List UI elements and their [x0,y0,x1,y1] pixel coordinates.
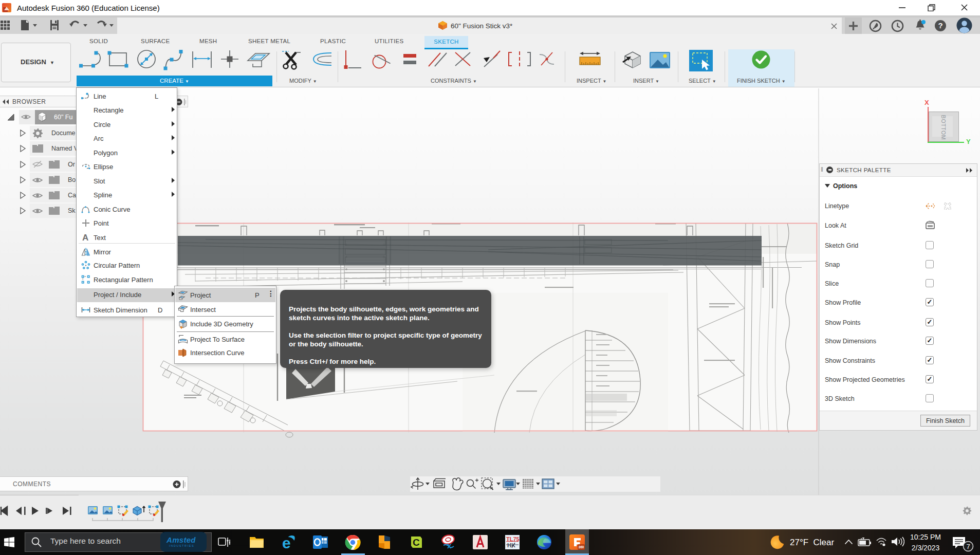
svg-text:360: 360 [579,545,584,549]
svg-text:7: 7 [966,543,970,550]
svg-text:?: ? [938,21,942,30]
svg-text:A: A [82,233,88,243]
svg-text:C: C [413,537,420,548]
svg-text:HK: HK [507,542,515,548]
